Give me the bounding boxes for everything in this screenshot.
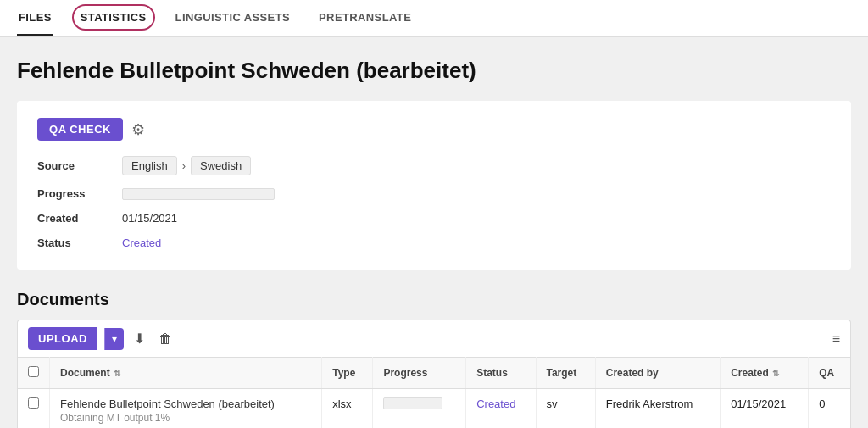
th-checkbox [18, 358, 50, 389]
th-type: Type [322, 358, 373, 389]
download-icon[interactable]: ⬇ [131, 327, 148, 350]
tab-statistics[interactable]: STATISTICS [79, 1, 148, 36]
row-qa: 0 [819, 397, 825, 410]
project-info-card: QA CHECK ⚙ Source English › Swedish Prog… [17, 101, 851, 270]
created-sort-icon[interactable]: ⇅ [772, 369, 779, 378]
row-created-cell: 01/15/2021 [721, 389, 809, 429]
documents-title: Documents [17, 290, 851, 309]
row-target-cell: sv [536, 389, 595, 429]
documents-table: Document ⇅ Type Progress Status [17, 357, 851, 428]
th-progress: Progress [373, 358, 466, 389]
filter-icon[interactable]: ≡ [832, 331, 840, 347]
created-value: 01/15/2021 [122, 212, 831, 225]
lang-badge-group: English › Swedish [122, 156, 831, 175]
row-created-by: Fredrik Akerstrom [606, 397, 693, 410]
created-label: Created [37, 212, 122, 225]
th-qa: QA [809, 358, 851, 389]
row-progress-bar [383, 397, 442, 409]
status-link[interactable]: Created [122, 236, 161, 249]
th-target: Target [536, 358, 595, 389]
row-progress-cell [373, 389, 466, 429]
upload-button[interactable]: UPLOAD [28, 327, 97, 350]
th-document: Document ⇅ [50, 358, 322, 389]
source-label: Source [37, 159, 122, 172]
source-value: English › Swedish [122, 156, 831, 175]
row-qa-cell: 0 [809, 389, 851, 429]
progress-label: Progress [37, 187, 122, 200]
doc-name-sub: Obtaining MT output 1% [60, 412, 311, 424]
tab-pretranslate[interactable]: PRETRANSLATE [317, 1, 413, 36]
doc-name-main: Fehlende Bulletpoint Schweden (bearbeite… [60, 397, 311, 410]
documents-toolbar: UPLOAD ▾ ⬇ 🗑 ≡ [17, 320, 851, 357]
tab-linguistic-assets[interactable]: LINGUISTIC ASSETS [174, 1, 292, 36]
table-row: Fehlende Bulletpoint Schweden (bearbeite… [18, 389, 851, 429]
row-checkbox-cell [18, 389, 50, 429]
row-created-by-cell: Fredrik Akerstrom [595, 389, 720, 429]
lang-arrow-icon: › [182, 159, 186, 172]
main-content: Fehlende Bulletpoint Schweden (bearbeite… [0, 37, 868, 428]
row-created: 01/15/2021 [731, 397, 786, 410]
table-header: Document ⇅ Type Progress Status [18, 358, 851, 389]
status-value: Created [122, 236, 831, 249]
doc-name-cell: Fehlende Bulletpoint Schweden (bearbeite… [60, 397, 311, 424]
gear-icon[interactable]: ⚙ [131, 120, 145, 139]
status-label: Status [37, 236, 122, 249]
page-title: Fehlende Bulletpoint Schweden (bearbeite… [17, 58, 851, 84]
row-type-cell: xlsx [322, 389, 373, 429]
top-nav: FILES STATISTICS LINGUISTIC ASSETS PRETR… [0, 0, 868, 37]
th-created-by: Created by [595, 358, 720, 389]
row-target: sv [547, 397, 558, 410]
row-checkbox[interactable] [28, 397, 39, 409]
row-document-cell: Fehlende Bulletpoint Schweden (bearbeite… [50, 389, 322, 429]
table-body: Fehlende Bulletpoint Schweden (bearbeite… [18, 389, 851, 429]
progress-bar [122, 188, 275, 200]
progress-value [122, 188, 831, 200]
source-lang-badge: English [122, 156, 177, 175]
tab-files[interactable]: FILES [17, 1, 53, 36]
upload-chevron-button[interactable]: ▾ [104, 328, 124, 350]
row-type: xlsx [332, 397, 351, 410]
statistics-circle [72, 4, 155, 31]
documents-table-wrapper: Document ⇅ Type Progress Status [17, 357, 851, 428]
target-lang-badge: Swedish [191, 156, 251, 175]
card-toolbar: QA CHECK ⚙ [37, 118, 831, 141]
th-status: Status [466, 358, 536, 389]
row-status[interactable]: Created [476, 397, 515, 410]
th-created: Created ⇅ [721, 358, 809, 389]
trash-icon[interactable]: 🗑 [155, 328, 175, 350]
row-status-cell: Created [466, 389, 536, 429]
select-all-checkbox[interactable] [28, 366, 39, 377]
documents-section: Documents UPLOAD ▾ ⬇ 🗑 ≡ Docum [17, 290, 851, 428]
document-sort-icon[interactable]: ⇅ [114, 369, 120, 378]
qa-check-button[interactable]: QA CHECK [37, 118, 123, 141]
info-grid: Source English › Swedish Progress Create… [37, 156, 831, 249]
